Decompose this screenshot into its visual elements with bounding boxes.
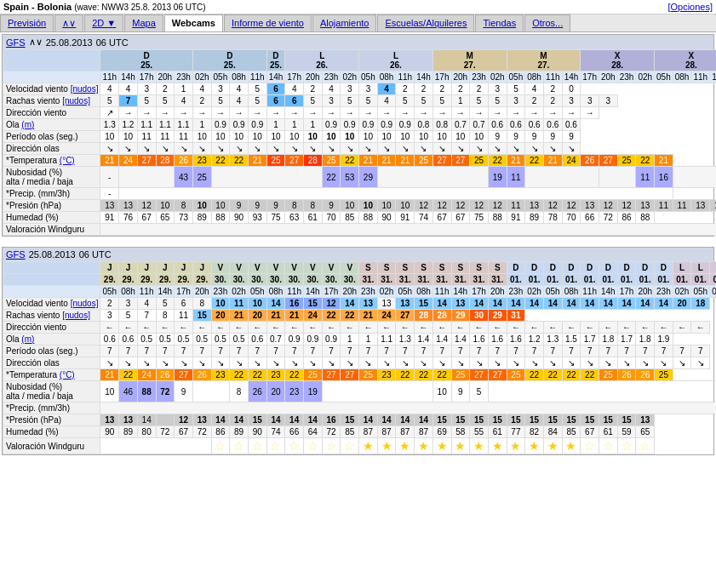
tab-prevision[interactable]: Previsión bbox=[0, 14, 54, 31]
pressure-row-2: *Presión (hPa) 13 13 14 12 13 14 14 15 1… bbox=[3, 414, 717, 426]
tab-2d[interactable]: 2D ▼ bbox=[84, 14, 123, 31]
precip-row-2: *Precip. (mm/3h) bbox=[3, 402, 717, 414]
section-gfs-bottom: GFS 25.08.2013 06 UTC J J J J J J V V V … bbox=[2, 247, 714, 455]
humidity-row-2: Humedad (%) 908980726772 868990746664728… bbox=[3, 426, 717, 438]
date-row-2b: 29. 29. 29. 29. 29. 29. 30. 30. 30. 30. … bbox=[3, 274, 717, 286]
header-bar: Spain - Bolonia (wave: NWW3 25.8. 2013 0… bbox=[0, 0, 716, 14]
weather-table-1: D25. D25. D25. L26. L26. M27. M27. X28. … bbox=[3, 49, 716, 236]
tab-escuelas[interactable]: Escuelas/Alquileres bbox=[377, 14, 474, 31]
wind-speed-row: Velocidad viento [nudos] 44321 4345 6424… bbox=[3, 83, 717, 95]
hour-row-1: 11h14h17h20h23h 02h05h08h11h 14h17h20h23… bbox=[3, 71, 717, 83]
rating-row-1: Valoración Windguru bbox=[3, 224, 717, 236]
gfs-link-1[interactable]: GFS bbox=[6, 37, 26, 48]
cloud-row-2: Nubosidad (%)alta / media / baja 10 46 8… bbox=[3, 381, 717, 402]
wind-dir-row-2: Dirección viento ←←←←←← ←←←←←←←← ←←←←←←←… bbox=[3, 322, 717, 334]
cloud-row: Nubosidad (%)alta / media / baja - 4325 … bbox=[3, 167, 717, 188]
wind-speed-row-2: Velocidad viento [nudos] 234568 10 11 10… bbox=[3, 298, 717, 310]
section-header-2: GFS 25.08.2013 06 UTC bbox=[3, 248, 713, 261]
temp-row: *Temperatura (°C) 21 24 27 28 26 23 22 2… bbox=[3, 155, 717, 167]
wind-dir-row: Dirección viento ↗→→→→ →→→→ →→→→ →→→→ →→… bbox=[3, 107, 717, 119]
hour-row-2: 05h08h11h14h17h20h 23h02h05h08h11h14h17h… bbox=[3, 286, 717, 298]
weather-table-2: J J J J J J V V V V V V V V S S S S S S … bbox=[3, 261, 716, 454]
page-title: Spain - Bolonia (wave: NWW3 25.8. 2013 0… bbox=[3, 2, 206, 12]
precip-row: *Precip. (mm/3h) - bbox=[3, 188, 717, 200]
gfs-link-2[interactable]: GFS bbox=[6, 249, 26, 260]
tab-alojamiento[interactable]: Alojamiento bbox=[312, 14, 376, 31]
date-row-1: D25. D25. D25. L26. L26. M27. M27. X28. … bbox=[3, 50, 717, 71]
wave-period-row-2: Período olas (seg.) 777777 77777777 7777… bbox=[3, 345, 717, 357]
section-header-1: GFS ∧∨ 25.08.2013 06 UTC bbox=[3, 35, 713, 49]
section-gfs-top: GFS ∧∨ 25.08.2013 06 UTC D25. D25. D25. … bbox=[2, 34, 714, 237]
tab-informe[interactable]: Informe de viento bbox=[224, 14, 312, 31]
options-link[interactable]: [Opciones] bbox=[667, 2, 713, 12]
tab-otros[interactable]: Otros... bbox=[524, 14, 570, 31]
rating-row-2: Valoración Windguru ☆☆☆☆☆☆☆☆ ★★★★★★★★ ★★… bbox=[3, 438, 717, 454]
tab-webcams[interactable]: Webcams bbox=[164, 14, 223, 31]
tab-arrows[interactable]: ∧∨ bbox=[54, 14, 83, 31]
humidity-row: Humedad (%) 9176676573 89889093 75636170… bbox=[3, 212, 717, 224]
wave-row: Ola (m) 1.31.21.11.11.1 10.90.90.9 1110.… bbox=[3, 119, 717, 131]
wave-dir-row-2: Dirección olas ↘↘↘↘↘↘ ↘↘↘↘↘↘↘↘ ↘↘↘↘↘↘↘↘ … bbox=[3, 357, 717, 369]
tab-tiendas[interactable]: Tiendas bbox=[475, 14, 524, 31]
tab-mapa[interactable]: Mapa bbox=[124, 14, 163, 31]
wind-gust-row: Rachas viento [nudos] 57554 2545 6653 55… bbox=[3, 95, 717, 107]
date-label bbox=[3, 50, 100, 71]
temp-row-2: *Temperatura (°C) 21 22 24 26 27 26 23 2… bbox=[3, 369, 717, 381]
wave-row-2: Ola (m) 0.60.60.50.50.50.5 0.50.50.60.70… bbox=[3, 334, 717, 345]
wave-dir-row: Dirección olas ↘↘↘↘↘ ↘↘↘↘ ↘↘↘↘ ↘↘↘↘ ↘↘↘↘… bbox=[3, 143, 717, 155]
nav-tabs: Previsión ∧∨ 2D ▼ Mapa Webcams Informe d… bbox=[0, 14, 716, 32]
pressure-row: *Presión (hPa) 131312108 101099 9889 101… bbox=[3, 200, 717, 212]
wind-gust-row-2: Rachas viento [nudos] 357811 15 20 21 20… bbox=[3, 310, 717, 322]
date-row-2: J J J J J J V V V V V V V V S S S S S S … bbox=[3, 262, 717, 274]
wave-period-row: Período olas (seg.) 1010111111 10101010 … bbox=[3, 131, 717, 143]
